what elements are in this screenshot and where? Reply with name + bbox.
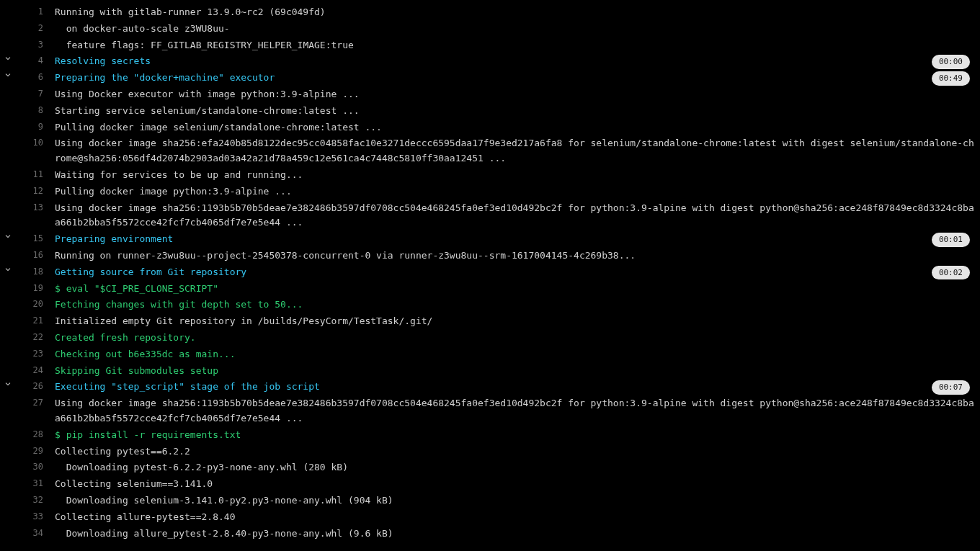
log-line: 31Collecting selenium==3.141.0 <box>0 476 980 493</box>
log-text: on docker-auto-scale z3WU8uu- <box>48 22 974 37</box>
log-text: Downloading pytest-6.2.2-py3-none-any.wh… <box>48 460 974 475</box>
line-number: 20 <box>33 297 43 311</box>
line-number: 34 <box>33 527 43 540</box>
log-line: 20Fetching changes with git depth set to… <box>0 297 980 313</box>
log-text: Using docker image sha256:1193b5b70b5dea… <box>48 396 974 426</box>
line-number: 12 <box>33 184 43 198</box>
log-section-header[interactable]: 6Preparing the "docker+machine" executor… <box>0 70 980 86</box>
line-number: 4 <box>38 54 43 68</box>
line-number: 13 <box>33 201 43 215</box>
line-number: 22 <box>33 331 43 344</box>
log-line: 27Using docker image sha256:1193b5b70b5d… <box>0 395 980 427</box>
log-text: Using Docker executor with image python:… <box>48 87 974 102</box>
log-text: Skipping Git submodules setup <box>48 364 974 379</box>
duration-badge: 00:01 <box>932 233 970 247</box>
log-text: Collecting pytest==6.2.2 <box>48 444 974 460</box>
log-text: Created fresh repository. <box>48 331 974 346</box>
log-text: $ eval "$CI_PRE_CLONE_SCRIPT" <box>48 282 974 297</box>
line-number: 2 <box>38 22 43 35</box>
line-number: 24 <box>33 364 43 377</box>
line-number: 31 <box>33 477 43 490</box>
line-number: 30 <box>33 460 43 474</box>
log-text: Initialized empty Git repository in /bui… <box>48 314 974 329</box>
log-text: Using docker image sha256:1193b5b70b5dea… <box>48 201 974 231</box>
log-line: 33Collecting allure-pytest==2.8.40 <box>0 509 980 526</box>
log-section-header[interactable]: 18Getting source from Git repository00:0… <box>0 264 980 281</box>
log-text: Checking out b6e335dc as main... <box>48 347 974 362</box>
log-line: 21Initialized empty Git repository in /b… <box>0 313 980 330</box>
line-number: 1 <box>38 5 43 19</box>
log-section-header[interactable]: 4Resolving secrets00:00 <box>0 53 980 70</box>
log-line: 34 Downloading allure_pytest-2.8.40-py3-… <box>0 526 980 542</box>
log-text: Getting source from Git repository <box>48 265 974 280</box>
line-number: 32 <box>33 493 43 507</box>
log-line: 29Collecting pytest==6.2.2 <box>0 444 980 460</box>
duration-badge: 00:00 <box>932 55 970 69</box>
line-number: 26 <box>33 380 43 393</box>
log-line: 28$ pip install -r requirements.txt <box>0 427 980 444</box>
line-number: 3 <box>38 38 43 52</box>
log-line: 9Pulling docker image selenium/standalon… <box>0 120 980 136</box>
line-number: 10 <box>33 136 43 150</box>
line-number: 23 <box>33 347 43 361</box>
chevron-down-icon[interactable] <box>0 54 16 63</box>
log-text: Collecting selenium==3.141.0 <box>48 477 974 492</box>
line-number: 29 <box>33 444 43 458</box>
log-line: 3 feature flags: FF_GITLAB_REGISTRY_HELP… <box>0 37 980 54</box>
log-text: Resolving secrets <box>48 54 974 69</box>
line-number: 9 <box>38 120 43 134</box>
log-line: 12Pulling docker image python:3.9-alpine… <box>0 184 980 200</box>
chevron-down-icon[interactable] <box>0 71 16 79</box>
log-text: $ pip install -r requirements.txt <box>48 428 974 443</box>
log-text: Pulling docker image selenium/standalone… <box>48 120 974 135</box>
log-text: Collecting allure-pytest==2.8.40 <box>48 510 974 525</box>
log-line: 2 on docker-auto-scale z3WU8uu- <box>0 21 980 37</box>
log-line: 11Waiting for services to be up and runn… <box>0 167 980 184</box>
line-number: 27 <box>33 396 43 410</box>
line-number: 21 <box>33 314 43 328</box>
line-number: 15 <box>33 232 43 246</box>
log-text: Preparing the "docker+machine" executor <box>48 71 974 86</box>
chevron-down-icon[interactable] <box>0 232 16 241</box>
line-number: 16 <box>33 248 43 262</box>
line-number: 6 <box>38 71 43 84</box>
line-number: 33 <box>33 510 43 524</box>
duration-badge: 00:02 <box>932 266 970 280</box>
chevron-down-icon[interactable] <box>0 380 16 388</box>
log-text: Downloading allure_pytest-2.8.40-py3-non… <box>48 527 974 542</box>
log-text: Pulling docker image python:3.9-alpine .… <box>48 184 974 200</box>
log-text: Downloading selenium-3.141.0-py2.py3-non… <box>48 493 974 509</box>
log-section-header[interactable]: 15Preparing environment00:01 <box>0 231 980 248</box>
log-line: 30 Downloading pytest-6.2.2-py3-none-any… <box>0 460 980 476</box>
duration-badge: 00:07 <box>932 380 970 395</box>
log-text: Preparing environment <box>48 232 974 247</box>
log-text: Starting service selenium/standalone-chr… <box>48 104 974 119</box>
log-text: feature flags: FF_GITLAB_REGISTRY_HELPER… <box>48 38 974 53</box>
log-text: Running with gitlab-runner 13.9.0~rc2 (6… <box>48 5 974 20</box>
line-number: 19 <box>33 282 43 295</box>
job-log: 1Running with gitlab-runner 13.9.0~rc2 (… <box>0 0 980 549</box>
line-number: 8 <box>38 104 43 117</box>
log-line: 1Running with gitlab-runner 13.9.0~rc2 (… <box>0 4 980 21</box>
log-line: 19$ eval "$CI_PRE_CLONE_SCRIPT" <box>0 281 980 297</box>
log-text: Executing "step_script" stage of the job… <box>48 380 974 395</box>
log-text: Fetching changes with git depth set to 5… <box>48 297 974 313</box>
duration-badge: 00:49 <box>932 71 970 86</box>
log-line: 23Checking out b6e335dc as main... <box>0 346 980 363</box>
log-line: 24Skipping Git submodules setup <box>0 363 980 380</box>
log-text: Using docker image sha256:efa240b85d8122… <box>48 136 974 166</box>
chevron-down-icon[interactable] <box>0 265 16 274</box>
line-number: 11 <box>33 168 43 182</box>
log-line: 16Running on runner-z3wu8uu--project-254… <box>0 248 980 264</box>
log-line: 8Starting service selenium/standalone-ch… <box>0 103 980 120</box>
line-number: 7 <box>38 87 43 101</box>
log-text: Waiting for services to be up and runnin… <box>48 168 974 183</box>
log-line: 13Using docker image sha256:1193b5b70b5d… <box>0 200 980 232</box>
log-line: 22Created fresh repository. <box>0 330 980 346</box>
log-line: 7Using Docker executor with image python… <box>0 86 980 103</box>
line-number: 18 <box>33 265 43 279</box>
log-section-header[interactable]: 26Executing "step_script" stage of the j… <box>0 379 980 395</box>
log-line: 10Using docker image sha256:efa240b85d81… <box>0 135 980 167</box>
log-line: 32 Downloading selenium-3.141.0-py2.py3-… <box>0 493 980 509</box>
log-text: Running on runner-z3wu8uu--project-25450… <box>48 248 974 264</box>
